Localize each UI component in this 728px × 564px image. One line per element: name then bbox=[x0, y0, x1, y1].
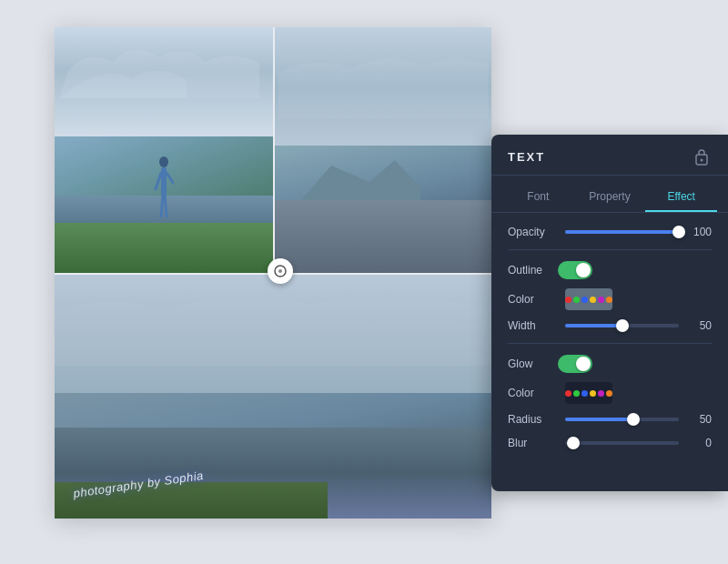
svg-rect-1 bbox=[161, 167, 167, 195]
photo-top-right bbox=[273, 27, 491, 273]
glow-blur-value: 0 bbox=[686, 437, 712, 449]
tab-property[interactable]: Property bbox=[574, 183, 646, 212]
tab-font[interactable]: Font bbox=[502, 183, 574, 212]
opacity-label: Opacity bbox=[508, 226, 558, 238]
outline-header-row: Outline ✓ bbox=[508, 261, 712, 279]
outline-width-label: Width bbox=[508, 319, 558, 332]
lock-icon[interactable] bbox=[693, 147, 712, 166]
glow-radius-value: 50 bbox=[686, 413, 712, 426]
glow-radius-row: Radius 50 bbox=[508, 413, 712, 426]
panel-content: Opacity 100 Outline ✓ Color bbox=[491, 213, 728, 473]
panel-title: TEXT bbox=[508, 150, 545, 164]
glow-toggle[interactable]: ✓ bbox=[558, 355, 592, 373]
glow-blur-row: Blur 0 bbox=[508, 437, 712, 449]
glow-blur-slider[interactable] bbox=[565, 441, 679, 445]
svg-point-9 bbox=[701, 159, 703, 162]
svg-line-5 bbox=[165, 195, 167, 217]
outline-color-row: Color bbox=[508, 288, 712, 310]
svg-line-2 bbox=[156, 173, 161, 189]
svg-point-7 bbox=[278, 269, 282, 273]
svg-point-0 bbox=[159, 156, 168, 167]
glow-radius-label: Radius bbox=[508, 413, 558, 426]
opacity-row: Opacity 100 bbox=[508, 226, 712, 238]
photo-top-row bbox=[55, 27, 491, 273]
outline-color-label: Color bbox=[508, 293, 558, 306]
text-panel: TEXT Font Property Effect Opacity 100 bbox=[491, 135, 728, 491]
svg-line-3 bbox=[167, 173, 174, 184]
outline-label: Outline bbox=[508, 264, 558, 277]
canvas-area: photography by Sophia bbox=[55, 27, 491, 519]
glow-header-row: Glow ✓ bbox=[508, 355, 712, 373]
outline-width-slider[interactable] bbox=[565, 324, 679, 327]
divider-1 bbox=[508, 249, 712, 250]
glow-color-label: Color bbox=[508, 387, 558, 399]
divider-2 bbox=[508, 343, 712, 344]
opacity-slider[interactable] bbox=[565, 230, 679, 234]
glow-color-row: Color bbox=[508, 382, 712, 404]
glow-color-swatch[interactable] bbox=[565, 382, 612, 404]
glow-blur-label: Blur bbox=[508, 437, 558, 449]
outline-width-row: Width 50 bbox=[508, 319, 712, 332]
opacity-value: 100 bbox=[686, 226, 712, 238]
tab-effect[interactable]: Effect bbox=[645, 183, 717, 212]
photo-bottom: photography by Sophia bbox=[55, 273, 491, 519]
rotation-handle[interactable] bbox=[268, 258, 293, 284]
panel-header: TEXT bbox=[491, 135, 728, 176]
panel-tabs: Font Property Effect bbox=[491, 176, 728, 213]
photo-top-left bbox=[55, 27, 273, 273]
outline-toggle[interactable]: ✓ bbox=[558, 261, 592, 279]
outline-width-value: 50 bbox=[686, 319, 712, 332]
svg-line-4 bbox=[161, 195, 163, 217]
outline-color-swatch[interactable] bbox=[565, 288, 612, 310]
glow-label: Glow bbox=[508, 358, 558, 370]
glow-radius-slider[interactable] bbox=[565, 418, 679, 421]
